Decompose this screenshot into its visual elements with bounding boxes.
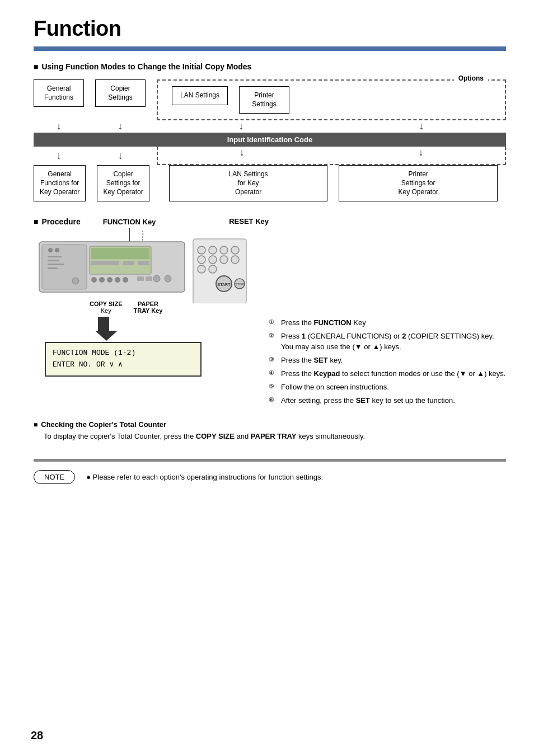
fc-col-printer: Printer Settings <box>239 86 289 114</box>
arrow-body <box>98 317 109 331</box>
procedure-left: Procedure FUNCTION Key RESET Key <box>34 217 257 409</box>
note-label: NOTE <box>34 470 75 484</box>
svg-rect-5 <box>48 260 59 261</box>
copy-size-label: COPY SIZE Key <box>90 300 122 314</box>
general-functions-box: General Functions <box>34 79 84 107</box>
svg-rect-12 <box>123 261 134 265</box>
svg-point-17 <box>115 277 120 283</box>
step-4: ④ Press the Keypad to select function mo… <box>269 369 506 379</box>
svg-point-29 <box>209 256 217 264</box>
page-title: Function <box>34 17 506 41</box>
lcd-display: FUNCTION MODE (1-2) ENTER NO. OR ∨ ∧ <box>45 342 202 377</box>
svg-rect-6 <box>48 264 64 265</box>
svg-rect-20 <box>146 276 152 281</box>
step-3: ③ Press the SET key. <box>269 355 506 365</box>
procedure-right: ① Press the FUNCTION Key ② Press 1 (GENE… <box>257 217 506 409</box>
arrow-down-copier-2: ↓ <box>95 150 146 162</box>
arrow-down-lan: ↓ <box>157 120 326 133</box>
copier-key-op-box: Copier Settings for Key Operator <box>97 165 149 201</box>
procedure-section: Procedure FUNCTION Key RESET Key <box>34 217 506 409</box>
big-arrow <box>95 317 112 339</box>
note-text: Please refer to each option's operating … <box>86 473 323 481</box>
options-label: Options <box>454 74 488 82</box>
procedure-right-spacer <box>269 217 506 307</box>
svg-point-26 <box>220 246 228 254</box>
fc-col-copier: Copier Settings <box>95 79 146 107</box>
svg-point-2 <box>48 248 53 252</box>
svg-point-33 <box>209 265 217 273</box>
svg-rect-11 <box>91 261 119 265</box>
arrow-down-lan-2: ↓ <box>158 147 326 159</box>
svg-point-25 <box>209 246 217 254</box>
fc-col-lan-key-op: LAN Settings for Key Operator <box>169 165 328 201</box>
page-number: 28 <box>31 729 43 742</box>
lcd-line-1: FUNCTION MODE (1-2) <box>53 348 194 359</box>
svg-point-14 <box>91 277 97 283</box>
svg-point-24 <box>198 246 205 254</box>
svg-rect-4 <box>48 256 62 257</box>
arrow-down-general: ↓ <box>34 120 84 133</box>
procedure-heading: Procedure <box>34 217 81 226</box>
svg-rect-10 <box>91 248 149 259</box>
step-5: ⑤ Follow the on screen instructions. <box>269 382 506 392</box>
fc-col-printer-key-op: Printer Settings for Key Operator <box>339 165 498 201</box>
copier-svg: START STOP <box>34 231 252 303</box>
svg-point-8 <box>72 278 79 284</box>
printer-key-op-box: Printer Settings for Key Operator <box>339 165 498 201</box>
step-6: ⑥ After setting, press the SET key to se… <box>269 396 506 406</box>
proc-heading-row: Procedure FUNCTION Key RESET Key <box>34 217 257 226</box>
id-bar: Input Identification Code <box>34 133 506 147</box>
fc-col-lan: LAN Settings <box>166 86 228 114</box>
svg-point-31 <box>231 256 239 264</box>
fc-col-general-key-op: General Functions for Key Operator <box>34 165 86 201</box>
svg-point-22 <box>165 275 171 282</box>
svg-point-32 <box>198 265 205 273</box>
svg-point-16 <box>107 277 113 283</box>
copier-image-container: START STOP COPY SIZE Key PAPER TRAY Key <box>34 231 257 314</box>
big-arrow-container <box>95 317 257 339</box>
arrow-head <box>95 331 118 341</box>
note-section: NOTE Please refer to each option's opera… <box>34 470 506 484</box>
fc-col-copier-key-op: Copier Settings for Key Operator <box>97 165 149 201</box>
copier-settings-box: Copier Settings <box>95 79 146 107</box>
svg-text:START: START <box>218 283 231 287</box>
bottom-gray-bar <box>34 459 506 462</box>
svg-point-28 <box>198 256 205 264</box>
svg-rect-7 <box>48 267 58 269</box>
reset-key-label: RESET Key <box>229 217 269 226</box>
svg-point-27 <box>231 246 239 254</box>
paper-tray-label: PAPER TRAY Key <box>133 300 162 314</box>
svg-point-18 <box>123 277 128 283</box>
arrow-down-printer-2: ↓ <box>337 147 505 159</box>
lan-settings-box: LAN Settings <box>172 86 228 105</box>
top-blue-bar <box>34 46 506 51</box>
flowchart: General Functions Copier Settings Option… <box>34 79 506 207</box>
fc-col-general: General Functions <box>34 79 84 107</box>
svg-point-3 <box>55 248 59 252</box>
step-2: ② Press 1 (GENERAL FUNCTIONS) or 2 (COPI… <box>269 331 506 351</box>
function-key-label: FUNCTION Key <box>103 218 156 226</box>
svg-point-21 <box>153 275 160 282</box>
checking-section: Checking the Copier's Total Counter To d… <box>34 420 506 442</box>
lan-key-op-box: LAN Settings for Key Operator <box>169 165 328 201</box>
page: Function Using Function Modes to Change … <box>0 0 534 756</box>
svg-point-15 <box>99 277 105 283</box>
arrow-down-copier: ↓ <box>95 120 146 133</box>
section1-heading: Using Function Modes to Change the Initi… <box>34 62 506 71</box>
general-key-op-box: General Functions for Key Operator <box>34 165 86 201</box>
svg-point-30 <box>220 256 228 264</box>
svg-rect-19 <box>137 276 144 281</box>
checking-heading: Checking the Copier's Total Counter <box>34 420 506 429</box>
arrow-down-printer: ↓ <box>337 120 506 133</box>
lcd-line-2: ENTER NO. OR ∨ ∧ <box>53 359 194 371</box>
step-1: ① Press the FUNCTION Key <box>269 318 506 328</box>
svg-text:STOP: STOP <box>235 283 244 286</box>
arrow-down-general-2: ↓ <box>34 150 84 162</box>
checking-text: To display the copier's Total Counter, p… <box>34 431 506 442</box>
svg-rect-13 <box>138 261 149 265</box>
steps-list: ① Press the FUNCTION Key ② Press 1 (GENE… <box>269 318 506 406</box>
printer-settings-box: Printer Settings <box>239 86 289 114</box>
